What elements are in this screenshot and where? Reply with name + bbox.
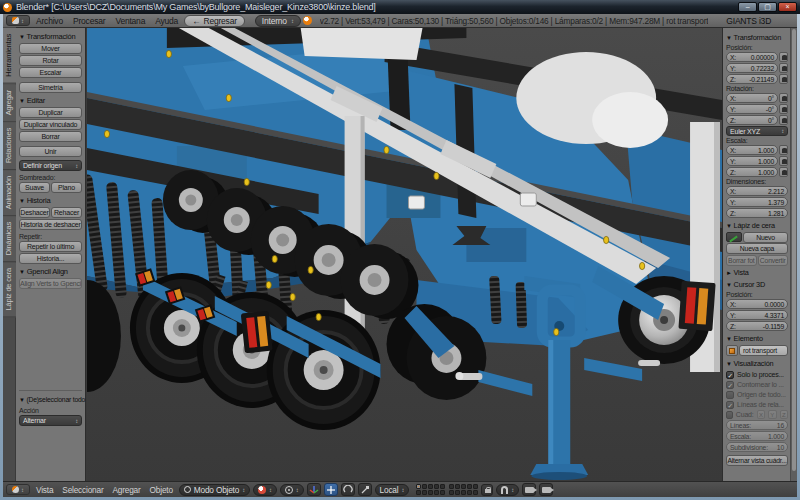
tab-dinamicas[interactable]: Dinámicas <box>3 216 16 262</box>
tab-herramientas[interactable]: Herramientas <box>3 28 16 84</box>
nueva-capa-button[interactable]: Nueva capa <box>726 243 788 254</box>
lock-icon[interactable] <box>779 63 788 73</box>
alternar-vista-cuadr-button[interactable]: Alternar vista cuádr... <box>726 455 788 466</box>
duplicar-button[interactable]: Duplicar <box>19 107 82 118</box>
simetria-button[interactable]: Simetría <box>19 82 82 93</box>
gpencil-nuevo-button[interactable]: Nuevo <box>743 232 788 243</box>
axis-z-toggle[interactable]: Z <box>780 410 788 419</box>
scale-x-field[interactable]: X:1.000 <box>726 145 778 155</box>
borrar-button[interactable]: Borrar <box>19 131 82 142</box>
scrollbar[interactable] <box>790 28 797 481</box>
menu-vista[interactable]: Vista <box>33 485 56 495</box>
panel-elemento[interactable]: ▼ Elemento <box>726 334 788 343</box>
lock-icon[interactable] <box>779 74 788 84</box>
checkbox-checked[interactable]: ✓ <box>726 381 734 389</box>
scale-z-field[interactable]: Z:1.000 <box>726 167 778 177</box>
subdivisiones-field[interactable]: Subdivisione:10 <box>726 442 788 452</box>
panel-lapiz-de-cera[interactable]: ▼ Lápiz de cera <box>726 221 788 230</box>
rotation-x-field[interactable]: X:0° <box>726 93 778 103</box>
minimize-button[interactable]: – <box>738 2 757 12</box>
menu-agregar[interactable]: Agregar <box>109 485 143 495</box>
editor-type-button[interactable]: ↕ <box>6 15 30 26</box>
editor-type-button-3d[interactable]: ↕ <box>6 484 30 495</box>
lock-icon[interactable] <box>779 104 788 114</box>
maximize-button[interactable]: ▢ <box>758 2 777 12</box>
panel-editar[interactable]: ▼ Editar <box>19 96 82 105</box>
repetir-ultimo-button[interactable]: Repetir lo último <box>19 241 82 252</box>
object-name-field[interactable]: rot transport <box>739 345 788 356</box>
regresar-button[interactable]: ← Regresar <box>184 15 245 27</box>
tab-agregar[interactable]: Agregar <box>3 84 16 122</box>
lock-icon[interactable] <box>779 167 788 177</box>
panel-historia[interactable]: ▼ Historia <box>19 196 82 205</box>
menu-ventana[interactable]: Ventana <box>111 16 149 26</box>
layer-cell-active[interactable] <box>416 484 421 489</box>
rehacer-button[interactable]: Rehacer <box>51 207 82 218</box>
menu-archivo[interactable]: Archivo <box>32 16 67 26</box>
dim-y-field[interactable]: Y:1.379 <box>726 197 788 207</box>
close-button[interactable]: × <box>778 2 797 12</box>
accion-dropdown[interactable]: Alternar ↕ <box>19 415 82 426</box>
rotation-mode-dropdown[interactable]: Euler XYZ↕ <box>726 126 788 136</box>
suave-button[interactable]: Suave <box>19 182 50 193</box>
align-verts-gpencil-button[interactable]: Align Verts to Gpencil <box>19 278 82 289</box>
viewport-3d[interactable] <box>87 28 722 481</box>
checkbox-checked[interactable]: ✓ <box>726 371 734 379</box>
tab-animacion[interactable]: Animación <box>3 170 16 216</box>
menu-seleccionar[interactable]: Seleccionar <box>59 485 106 495</box>
mode-dropdown[interactable]: Modo Objeto ↕ <box>179 484 250 496</box>
escalar-button[interactable]: Escalar <box>19 67 82 78</box>
operator-panel-title[interactable]: ▼ (De)seleccionar todo <box>19 396 82 403</box>
position-x-field[interactable]: X:0.00000 <box>726 52 778 62</box>
scale-y-field[interactable]: Y:1.000 <box>726 156 778 166</box>
render-opengl-button[interactable] <box>522 483 536 496</box>
historia-button[interactable]: Historia... <box>19 253 82 264</box>
cursor-z-field[interactable]: Z:-0.1159 <box>726 321 788 331</box>
menu-ayuda[interactable]: Ayuda <box>151 16 182 26</box>
cursor-x-field[interactable]: X:0.0000 <box>726 299 788 309</box>
rotation-z-field[interactable]: Z:0° <box>726 115 778 125</box>
pivot-dropdown[interactable]: ↕ <box>280 484 304 496</box>
borrar-fotograma-button[interactable]: Borrar fot <box>726 255 757 266</box>
tab-lapiz-de-cera[interactable]: Lápiz de cera <box>3 262 16 317</box>
historia-deshacer-button[interactable]: Historia de deshacer <box>19 219 82 230</box>
axis-y-toggle[interactable]: Y <box>768 410 776 419</box>
panel-transformacion-n[interactable]: ▼ Transformación <box>726 33 788 42</box>
scrollbar-thumb[interactable] <box>792 29 796 471</box>
orientation-dropdown[interactable]: Local ↕ <box>375 484 410 496</box>
checkbox-unchecked[interactable] <box>726 411 733 419</box>
convertir-button[interactable]: Convertir <box>758 255 789 266</box>
menu-procesar[interactable]: Procesar <box>69 16 109 26</box>
render-opengl-anim-button[interactable] <box>539 483 553 496</box>
checkbox-unchecked[interactable] <box>726 391 734 399</box>
panel-visualizacion[interactable]: ▼ Visualización <box>726 359 788 368</box>
lock-icon[interactable] <box>779 93 788 103</box>
lock-icon[interactable] <box>779 52 788 62</box>
lock-icon[interactable] <box>779 156 788 166</box>
dim-z-field[interactable]: Z:1.281 <box>726 208 788 218</box>
checkbox-checked[interactable]: ✓ <box>726 401 734 409</box>
render-engine-select[interactable]: Interno ↕ <box>255 15 301 27</box>
tab-relaciones[interactable]: Relaciones <box>3 122 16 170</box>
unir-button[interactable]: Unir <box>19 146 82 157</box>
gpencil-color-swatch[interactable] <box>726 232 742 242</box>
definir-origen-dropdown[interactable]: Definir origen ↕ <box>19 160 82 171</box>
escala-grid-field[interactable]: Escala:1.000 <box>726 431 788 441</box>
lock-icon[interactable] <box>779 145 788 155</box>
lock-to-scene-icon[interactable] <box>481 484 493 496</box>
scale-manipulator-button[interactable] <box>358 483 372 496</box>
plano-button[interactable]: Plano <box>51 182 82 193</box>
rotate-manipulator-button[interactable] <box>341 483 355 496</box>
duplicar-vinculado-button[interactable]: Duplicar vinculado <box>19 119 82 130</box>
panel-vista[interactable]: ► Vista <box>726 268 788 277</box>
axis-x-toggle[interactable]: X <box>757 410 765 419</box>
panel-gpencil-align[interactable]: ▼ Gpencil Align <box>19 267 82 276</box>
lock-icon[interactable] <box>779 115 788 125</box>
position-y-field[interactable]: Y:0.72232 <box>726 63 778 73</box>
lineas-field[interactable]: Líneas:16 <box>726 420 788 430</box>
mover-button[interactable]: Mover <box>19 43 82 54</box>
shading-dropdown[interactable]: ↕ <box>253 484 277 496</box>
manipulator-toggle-button[interactable] <box>307 483 321 496</box>
panel-cursor-3d[interactable]: ▼ Cursor 3D <box>726 280 788 289</box>
rotation-y-field[interactable]: Y:-0° <box>726 104 778 114</box>
